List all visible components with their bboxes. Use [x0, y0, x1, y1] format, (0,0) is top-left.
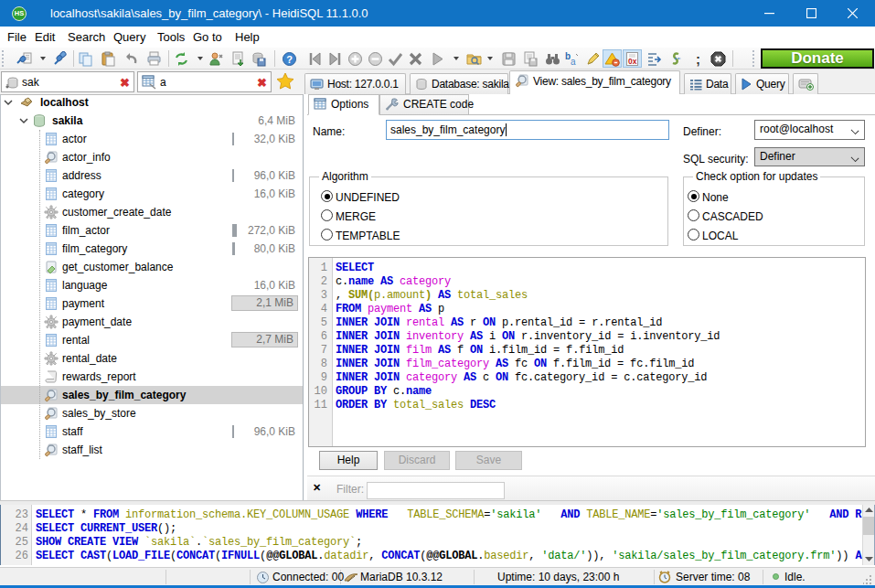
svg-text:a: a	[571, 57, 576, 67]
svg-text:;: ;	[696, 51, 700, 67]
svg-text:0x: 0x	[628, 57, 637, 66]
svg-text:?: ?	[286, 54, 293, 65]
